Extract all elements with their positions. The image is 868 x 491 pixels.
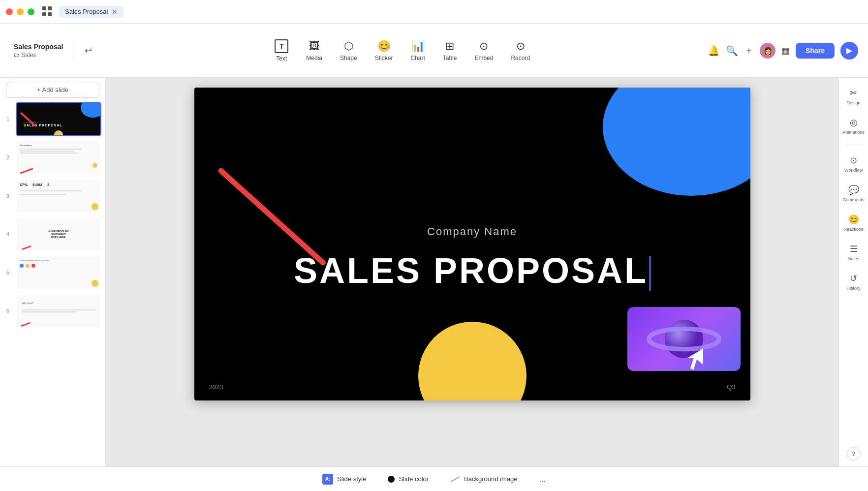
tool-chart-label: Chart bbox=[410, 55, 425, 61]
shape-icon: ⬡ bbox=[344, 40, 353, 53]
animations-icon: ◎ bbox=[850, 117, 858, 128]
slide-item-4[interactable]: 4 HUGE PROBLEMSTATEMENTGOES HERE. bbox=[4, 217, 101, 251]
slide-style-label: Slide style bbox=[337, 475, 366, 483]
tool-shape-label: Shape bbox=[340, 55, 357, 61]
cursor-line bbox=[649, 256, 651, 291]
tool-media[interactable]: 🖼 Media bbox=[298, 36, 330, 65]
history-panel-button[interactable]: ↺ History bbox=[841, 269, 867, 295]
dashboard-icon[interactable]: ▦ bbox=[781, 45, 790, 56]
tool-sticker[interactable]: 😊 Sticker bbox=[367, 36, 401, 65]
slide-thumbnail-5[interactable]: Who is impacted by this problem? bbox=[16, 255, 101, 290]
user-avatar[interactable]: 👩 bbox=[760, 43, 775, 59]
toolbar-right: 🔔 🔍 ＋ 👩 ▦ Share ▶ bbox=[708, 42, 858, 60]
more-icon: ... bbox=[539, 475, 546, 484]
design-label: Design bbox=[846, 100, 860, 105]
presentation-title: Sales Proposal bbox=[14, 43, 63, 51]
slide-number-1: 1 bbox=[4, 116, 12, 122]
slide-thumbnail-4[interactable]: HUGE PROBLEMSTATEMENTGOES HERE. bbox=[16, 217, 101, 251]
media-icon: 🖼 bbox=[309, 40, 320, 53]
tab-close-button[interactable]: ✕ bbox=[112, 8, 118, 16]
tool-sticker-label: Sticker bbox=[375, 55, 393, 61]
slide-canvas[interactable]: Company Name SALES PROPOSAL 2023 Q3 bbox=[194, 88, 750, 400]
slide-number-6: 6 bbox=[4, 308, 12, 314]
background-image-label: Background image bbox=[464, 475, 517, 483]
reactions-icon: 😊 bbox=[848, 214, 859, 225]
slide-number-3: 3 bbox=[4, 193, 12, 199]
slide-number-5: 5 bbox=[4, 270, 12, 276]
sticker-icon: 😊 bbox=[377, 40, 391, 53]
animations-label: Animations bbox=[842, 130, 865, 135]
embed-icon: ⊙ bbox=[479, 40, 488, 53]
slide-item-5[interactable]: 5 Who is impacted by this problem? bbox=[4, 255, 101, 290]
toolbar-center: T Text 🖼 Media ⬡ Shape 😊 Sticker 📊 Chart… bbox=[267, 35, 538, 66]
notes-label: Notes bbox=[848, 256, 860, 261]
slide-list: 1 Company Name SALES PROPOSAL 2 The bbox=[0, 102, 105, 466]
toolbar-left: Sales Proposal 🗂 Sales ↩ bbox=[10, 42, 97, 60]
slide-color-button[interactable]: Slide color bbox=[383, 473, 434, 485]
tool-record-label: Record bbox=[511, 55, 530, 61]
tab-title[interactable]: Sales Proposal ✕ bbox=[59, 6, 124, 18]
slide-quarter: Q3 bbox=[727, 383, 735, 391]
toolbar: Sales Proposal 🗂 Sales ↩ T Text 🖼 Media … bbox=[0, 24, 868, 78]
maximize-window-button[interactable] bbox=[28, 8, 34, 15]
slide-color-dot bbox=[388, 476, 395, 483]
reactions-panel-button[interactable]: 😊 Reactions bbox=[841, 210, 867, 236]
workflow-panel-button[interactable]: ⊙ Workflow bbox=[841, 151, 867, 177]
slide-item-1[interactable]: 1 Company Name SALES PROPOSAL bbox=[4, 102, 101, 136]
bottom-bar: A: Slide style Slide color Background im… bbox=[0, 466, 868, 491]
record-icon: ⊙ bbox=[516, 40, 525, 53]
yellow-circle-shape bbox=[418, 322, 527, 400]
tool-table-label: Table bbox=[443, 55, 457, 61]
slide-style-icon: A: bbox=[322, 474, 333, 485]
reactions-label: Reactions bbox=[843, 227, 863, 232]
slide-number-2: 2 bbox=[4, 154, 12, 160]
slide-item-2[interactable]: 2 The problem bbox=[4, 140, 101, 175]
slide-company-name: Company Name bbox=[427, 225, 517, 238]
tool-record[interactable]: ⊙ Record bbox=[503, 36, 538, 65]
comments-panel-button[interactable]: 💬 Comments bbox=[841, 181, 867, 206]
notes-panel-button[interactable]: ☰ Notes bbox=[841, 240, 867, 265]
search-icon[interactable]: 🔍 bbox=[726, 45, 738, 57]
slide-item-6[interactable]: 6 Why now? bbox=[4, 294, 101, 328]
comments-label: Comments bbox=[843, 197, 865, 202]
undo-button[interactable]: ↩ bbox=[79, 42, 97, 60]
minimize-window-button[interactable] bbox=[17, 8, 24, 15]
design-icon: ✂ bbox=[850, 88, 857, 98]
design-panel-button[interactable]: ✂ Design bbox=[841, 84, 867, 109]
window-controls bbox=[6, 8, 34, 15]
tool-embed[interactable]: ⊙ Embed bbox=[466, 36, 501, 65]
slide-thumbnail-2[interactable]: The problem bbox=[16, 140, 101, 175]
chart-icon: 📊 bbox=[411, 40, 425, 53]
tool-table[interactable]: ⊞ Table bbox=[435, 36, 465, 65]
play-button[interactable]: ▶ bbox=[840, 42, 858, 60]
bell-icon[interactable]: 🔔 bbox=[708, 45, 720, 57]
slide-thumbnail-3[interactable]: 67% $40M 3 bbox=[16, 179, 101, 213]
divider-1 bbox=[845, 145, 863, 145]
slide-year: 2023 bbox=[209, 383, 223, 391]
tool-text-label: Text bbox=[276, 55, 287, 62]
share-button[interactable]: Share bbox=[796, 43, 835, 59]
main-area: + Add slide 1 Company Name SALES PROPOSA… bbox=[0, 78, 868, 466]
grid-icon[interactable] bbox=[42, 6, 53, 17]
background-image-button[interactable]: Background image bbox=[445, 473, 522, 485]
slide-item-3[interactable]: 3 67% $40M 3 bbox=[4, 179, 101, 213]
tool-chart[interactable]: 📊 Chart bbox=[403, 36, 433, 65]
tool-text[interactable]: T Text bbox=[267, 35, 296, 66]
add-slide-button[interactable]: + Add slide bbox=[6, 82, 99, 98]
tool-shape[interactable]: ⬡ Shape bbox=[332, 36, 365, 65]
slide-color-label: Slide color bbox=[399, 475, 429, 483]
slide-thumbnail-6[interactable]: Why now? bbox=[16, 294, 101, 328]
slide-number-4: 4 bbox=[4, 231, 12, 237]
presentation-subtitle: 🗂 Sales bbox=[14, 52, 63, 59]
add-icon[interactable]: ＋ bbox=[744, 44, 754, 57]
close-window-button[interactable] bbox=[6, 8, 13, 15]
history-icon: ↺ bbox=[850, 273, 857, 284]
animations-panel-button[interactable]: ◎ Animations bbox=[841, 113, 867, 139]
help-button[interactable]: ? bbox=[847, 447, 861, 460]
more-options-button[interactable]: ... bbox=[534, 473, 551, 486]
slide-style-button[interactable]: A: Slide style bbox=[317, 472, 371, 487]
right-panel: ✂ Design ◎ Animations ⊙ Workflow 💬 Comme… bbox=[838, 78, 868, 466]
canvas-area: Company Name SALES PROPOSAL 2023 Q3 bbox=[106, 78, 838, 466]
comments-icon: 💬 bbox=[848, 184, 859, 195]
slide-thumbnail-1[interactable]: Company Name SALES PROPOSAL bbox=[16, 102, 101, 136]
